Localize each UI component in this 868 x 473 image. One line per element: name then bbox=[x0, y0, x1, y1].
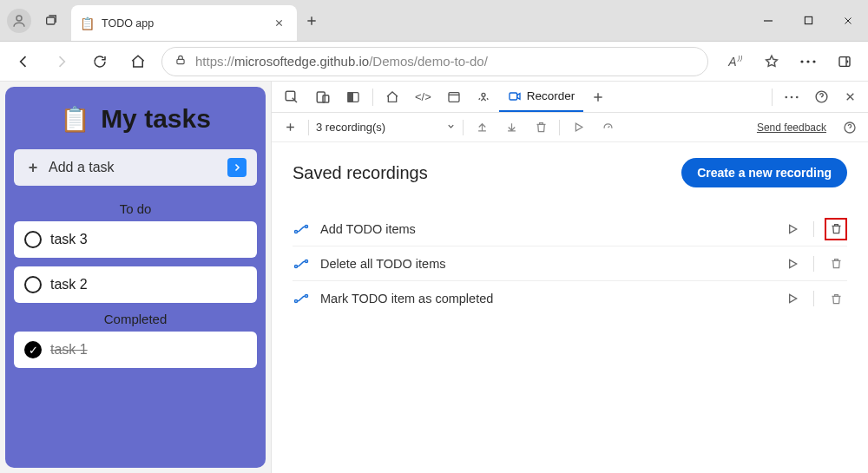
delete-recording-button[interactable] bbox=[825, 287, 847, 310]
delete-recording-button[interactable] bbox=[825, 253, 847, 275]
browser-tab[interactable]: 📋 TODO app bbox=[71, 5, 297, 41]
svg-point-14 bbox=[482, 93, 485, 96]
minimize-button[interactable] bbox=[748, 1, 788, 41]
tab-sources[interactable] bbox=[470, 82, 497, 112]
back-button[interactable] bbox=[9, 47, 38, 76]
recording-name: Delete all TODO items bbox=[320, 257, 772, 271]
svg-point-21 bbox=[295, 230, 298, 233]
favorite-button[interactable] bbox=[757, 47, 786, 76]
recording-row[interactable]: Mark TODO item as completed bbox=[293, 281, 847, 316]
tab-elements[interactable]: </> bbox=[408, 82, 438, 112]
tab-welcome[interactable] bbox=[378, 82, 406, 112]
svg-rect-2 bbox=[805, 16, 812, 23]
svg-rect-15 bbox=[510, 93, 517, 100]
recording-row[interactable]: Add TODO items bbox=[293, 212, 847, 246]
svg-rect-9 bbox=[317, 92, 325, 102]
svg-point-22 bbox=[306, 225, 308, 227]
new-recording-button[interactable] bbox=[279, 116, 301, 139]
recording-row[interactable]: Delete all TODO items bbox=[293, 246, 847, 281]
maximize-button[interactable] bbox=[788, 1, 828, 41]
home-button[interactable] bbox=[123, 47, 153, 76]
url-text: https://microsoftedge.github.io/Demos/de… bbox=[195, 54, 488, 69]
svg-point-0 bbox=[16, 16, 22, 21]
devtools-settings-button[interactable] bbox=[778, 82, 806, 112]
tab-recorder[interactable]: Recorder bbox=[499, 82, 584, 112]
play-recording-button[interactable] bbox=[782, 288, 803, 309]
read-aloud-button[interactable]: A⟩⟩ bbox=[720, 47, 750, 76]
svg-point-25 bbox=[295, 300, 298, 303]
inspect-element-button[interactable] bbox=[277, 82, 306, 112]
lock-icon bbox=[174, 54, 187, 69]
tab-console[interactable] bbox=[440, 82, 468, 112]
svg-point-5 bbox=[806, 60, 809, 62]
svg-point-4 bbox=[800, 60, 803, 62]
import-button[interactable] bbox=[500, 116, 523, 139]
flow-icon bbox=[293, 292, 310, 305]
forward-button[interactable] bbox=[47, 47, 76, 76]
recordings-count: 3 recording(s) bbox=[316, 121, 385, 134]
address-bar[interactable]: https://microsoftedge.github.io/Demos/de… bbox=[161, 47, 708, 76]
window-titlebar: 📋 TODO app bbox=[0, 0, 868, 42]
svg-point-26 bbox=[306, 295, 308, 298]
profile-icon[interactable] bbox=[7, 9, 31, 33]
close-devtools-button[interactable] bbox=[838, 82, 863, 112]
play-recording-button[interactable] bbox=[782, 253, 803, 274]
close-tab-button[interactable] bbox=[269, 14, 288, 33]
tab-title: TODO app bbox=[102, 17, 154, 30]
svg-point-16 bbox=[785, 95, 787, 98]
tab-actions-button[interactable] bbox=[38, 8, 64, 34]
performance-button[interactable] bbox=[596, 116, 619, 139]
devtools-tab-strip: </> Recorder bbox=[272, 82, 868, 113]
app-title-text: My tasks bbox=[101, 104, 211, 134]
recordings-list: Add TODO items Delete all TODO items Mar… bbox=[293, 212, 847, 316]
send-feedback-link[interactable]: Send feedback bbox=[757, 122, 826, 134]
task-item[interactable]: task 3 bbox=[14, 221, 257, 258]
replay-button[interactable] bbox=[567, 116, 589, 139]
dock-side-button[interactable] bbox=[339, 82, 367, 112]
recording-name: Add TODO items bbox=[320, 222, 772, 236]
new-tab-button[interactable] bbox=[297, 0, 326, 41]
completed-section-heading: Completed bbox=[14, 312, 257, 326]
play-recording-button[interactable] bbox=[782, 219, 803, 240]
svg-point-17 bbox=[791, 95, 793, 98]
svg-rect-12 bbox=[348, 92, 352, 102]
svg-point-23 bbox=[295, 265, 298, 267]
sidebar-toggle-button[interactable] bbox=[830, 47, 859, 76]
flow-icon bbox=[293, 223, 310, 235]
svg-rect-3 bbox=[177, 59, 184, 63]
app-title: 📋 My tasks bbox=[14, 104, 257, 134]
settings-menu-button[interactable] bbox=[793, 47, 823, 76]
add-task-input[interactable]: + Add a task bbox=[14, 149, 257, 186]
delete-recording-button[interactable] bbox=[529, 116, 552, 139]
flow-icon bbox=[293, 258, 310, 270]
unchecked-radio-icon[interactable] bbox=[24, 231, 42, 248]
svg-rect-1 bbox=[47, 17, 55, 24]
recordings-dropdown[interactable]: 3 recording(s) bbox=[316, 121, 456, 134]
add-task-placeholder: Add a task bbox=[49, 160, 115, 175]
svg-point-24 bbox=[306, 259, 308, 262]
submit-task-button[interactable] bbox=[227, 158, 247, 177]
more-tabs-button[interactable] bbox=[585, 82, 611, 112]
recording-name: Mark TODO item as completed bbox=[320, 292, 772, 305]
device-emulation-button[interactable] bbox=[308, 82, 338, 112]
svg-point-6 bbox=[812, 60, 815, 62]
refresh-button[interactable] bbox=[85, 47, 115, 76]
unchecked-radio-icon[interactable] bbox=[24, 276, 42, 293]
svg-rect-10 bbox=[323, 95, 329, 102]
help-button[interactable] bbox=[838, 116, 861, 139]
task-item[interactable]: task 2 bbox=[14, 266, 257, 303]
clipboard-icon: 📋 bbox=[80, 16, 95, 30]
create-recording-button[interactable]: Create a new recording bbox=[681, 158, 847, 187]
svg-rect-13 bbox=[449, 92, 459, 102]
clipboard-icon: 📋 bbox=[60, 105, 90, 134]
export-button[interactable] bbox=[470, 116, 493, 139]
close-window-button[interactable] bbox=[828, 1, 868, 41]
task-label: task 1 bbox=[50, 342, 88, 358]
help-button[interactable] bbox=[807, 82, 836, 112]
checked-icon[interactable]: ✓ bbox=[24, 341, 42, 358]
delete-recording-button[interactable] bbox=[825, 218, 847, 240]
plus-icon: + bbox=[24, 159, 42, 176]
task-label: task 3 bbox=[50, 232, 88, 247]
task-item-completed[interactable]: ✓ task 1 bbox=[14, 332, 257, 368]
svg-point-18 bbox=[796, 95, 799, 98]
